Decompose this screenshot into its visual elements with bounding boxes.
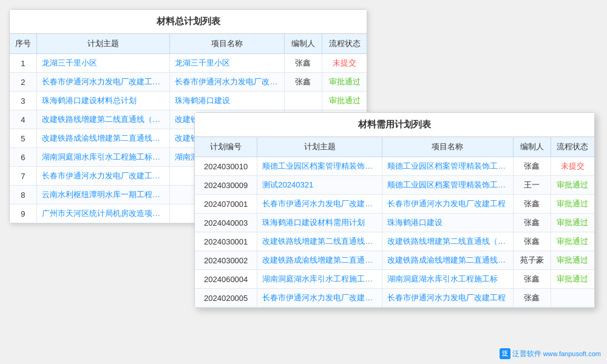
cell-theme[interactable]: 长春市伊通河水力发电厂改建工程合... xyxy=(257,195,382,214)
cell-project[interactable]: 珠海鹤港口建设 xyxy=(382,214,513,232)
cell-id: 7 xyxy=(10,167,36,186)
table-row: 2024030001 改建铁路线增建第二线直通线（成都... 改建铁路线增建第二… xyxy=(195,232,594,251)
panel1-col-project: 项目名称 xyxy=(170,34,284,54)
table-row: 2024030009 测试20240321 顺德工业园区档案管理精装饰工程（..… xyxy=(195,176,594,195)
cell-project[interactable]: 湖南洞庭湖水库引水工程施工标 xyxy=(382,270,513,289)
demand-plan-panel: 材料需用计划列表 计划编号 计划主题 项目名称 编制人 流程状态 2024030… xyxy=(194,112,595,308)
watermark: 泛 泛普软件 www.fanpusoft.com xyxy=(500,348,601,359)
watermark-logo: 泛 泛普软件 www.fanpusoft.com xyxy=(500,348,601,359)
cell-status: 审批通过 xyxy=(322,92,367,110)
cell-status: 审批通过 xyxy=(551,214,594,232)
panel1-col-theme: 计划主题 xyxy=(36,34,170,54)
cell-theme[interactable]: 顺德工业园区档案管理精装饰工程（... xyxy=(257,157,382,176)
watermark-url: www.fanpusoft.com xyxy=(543,350,601,357)
table-row: 2 长春市伊通河水力发电厂改建工程合同材料... 长春市伊通河水力发电厂改建工程… xyxy=(10,73,367,92)
cell-project[interactable]: 长春市伊通河水力发电厂改建工程 xyxy=(170,73,284,92)
cell-author: 张鑫 xyxy=(513,270,551,289)
panel1-title: 材料总计划列表 xyxy=(10,10,367,34)
cell-theme[interactable]: 测试20240321 xyxy=(257,176,382,195)
cell-project[interactable]: 改建铁路成渝线增建第二直通线（成... xyxy=(382,251,513,270)
cell-status: 审批通过 xyxy=(551,232,594,251)
panel2-col-status: 流程状态 xyxy=(551,137,594,157)
cell-status: 审批通过 xyxy=(551,176,594,195)
cell-id: 1 xyxy=(10,54,36,73)
cell-theme[interactable]: 改建铁路成渝线增建第二直通线（成... xyxy=(257,251,382,270)
cell-author: 王一 xyxy=(513,176,551,195)
table-row: 2024040003 珠海鹤港口建设材料需用计划 珠海鹤港口建设 张鑫 审批通过 xyxy=(195,214,594,232)
cell-status: 审批通过 xyxy=(551,251,594,270)
cell-code: 2024020005 xyxy=(195,289,257,308)
panel2-title: 材料需用计划列表 xyxy=(195,113,594,137)
cell-theme[interactable]: 长春市伊通河水力发电厂改建工程材... xyxy=(257,289,382,308)
panel1-col-author: 编制人 xyxy=(284,34,322,54)
panel2-col-theme: 计划主题 xyxy=(257,137,382,157)
cell-author: 张鑫 xyxy=(284,73,322,92)
cell-theme[interactable]: 广州市天河区统计局机房改造项目材料总计划 xyxy=(36,204,170,223)
cell-theme[interactable]: 长春市伊通河水力发电厂改建工程合同材料... xyxy=(36,73,170,92)
panel2-table: 计划编号 计划主题 项目名称 编制人 流程状态 2024030010 顺德工业园… xyxy=(195,137,594,308)
panel2-col-author: 编制人 xyxy=(513,137,551,157)
table-row: 2024070001 长春市伊通河水力发电厂改建工程合... 长春市伊通河水力发… xyxy=(195,195,594,214)
cell-author: 苑子豪 xyxy=(513,251,551,270)
cell-author xyxy=(284,92,322,110)
cell-code: 2024070001 xyxy=(195,195,257,214)
cell-project[interactable]: 长春市伊通河水力发电厂改建工程 xyxy=(382,195,513,214)
table-row: 2024020005 长春市伊通河水力发电厂改建工程材... 长春市伊通河水力发… xyxy=(195,289,594,308)
cell-id: 5 xyxy=(10,129,36,148)
watermark-text: 泛普软件 xyxy=(512,349,541,359)
watermark-icon: 泛 xyxy=(500,348,510,359)
cell-project[interactable]: 龙湖三千里小区 xyxy=(170,54,284,73)
cell-author: 张鑫 xyxy=(513,214,551,232)
cell-theme[interactable]: 珠海鹤港口建设材料需用计划 xyxy=(257,214,382,232)
cell-status: 未提交 xyxy=(322,54,367,73)
cell-status: 未提交 xyxy=(551,157,594,176)
panel1-col-id: 序号 xyxy=(10,34,36,54)
cell-code: 2024030001 xyxy=(195,232,257,251)
cell-author: 张鑫 xyxy=(284,54,322,73)
cell-id: 3 xyxy=(10,92,36,110)
cell-theme[interactable]: 改建铁路成渝线增建第二直通线（成渝枢纽... xyxy=(36,129,170,148)
table-row: 2024030002 改建铁路成渝线增建第二直通线（成... 改建铁路成渝线增建… xyxy=(195,251,594,270)
panel2-col-code: 计划编号 xyxy=(195,137,257,157)
cell-id: 8 xyxy=(10,186,36,204)
cell-author: 张鑫 xyxy=(513,232,551,251)
cell-theme[interactable]: 改建铁路线增建第二线直通线（成都... xyxy=(257,232,382,251)
table-row: 2024060004 湖南洞庭湖水库引水工程施工标材... 湖南洞庭湖水库引水工… xyxy=(195,270,594,289)
cell-id: 9 xyxy=(10,204,36,223)
cell-code: 2024030002 xyxy=(195,251,257,270)
cell-theme[interactable]: 长春市伊通河水力发电厂改建工程材料总计划 xyxy=(36,167,170,186)
cell-status: 审批通过 xyxy=(322,73,367,92)
cell-code: 2024030010 xyxy=(195,157,257,176)
cell-theme[interactable]: 云南水利枢纽潭明水库一期工程施工标材料... xyxy=(36,186,170,204)
cell-id: 2 xyxy=(10,73,36,92)
cell-project[interactable]: 改建铁路线增建第二线直通线（成都... xyxy=(382,232,513,251)
table-row: 2024030010 顺德工业园区档案管理精装饰工程（... 顺德工业园区档案管… xyxy=(195,157,594,176)
cell-id: 4 xyxy=(10,110,36,129)
cell-theme[interactable]: 珠海鹤港口建设材料总计划 xyxy=(36,92,170,110)
cell-theme[interactable]: 龙湖三千里小区 xyxy=(36,54,170,73)
cell-code: 2024030009 xyxy=(195,176,257,195)
panel2-header-row: 计划编号 计划主题 项目名称 编制人 流程状态 xyxy=(195,137,594,157)
cell-author: 张鑫 xyxy=(513,195,551,214)
panel2-body: 2024030010 顺德工业园区档案管理精装饰工程（... 顺德工业园区档案管… xyxy=(195,157,594,308)
cell-status xyxy=(551,289,594,308)
table-row: 3 珠海鹤港口建设材料总计划 珠海鹤港口建设 审批通过 xyxy=(10,92,367,110)
cell-theme[interactable]: 湖南洞庭湖水库引水工程施工标材料总计划 xyxy=(36,148,170,167)
table-row: 1 龙湖三千里小区 龙湖三千里小区 张鑫 未提交 xyxy=(10,54,367,73)
cell-project[interactable]: 顺德工业园区档案管理精装饰工程（... xyxy=(382,176,513,195)
panel1-header-row: 序号 计划主题 项目名称 编制人 流程状态 xyxy=(10,34,367,54)
cell-author: 张鑫 xyxy=(513,289,551,308)
cell-status: 审批通过 xyxy=(551,270,594,289)
cell-project[interactable]: 长春市伊通河水力发电厂改建工程 xyxy=(382,289,513,308)
panel2-col-project: 项目名称 xyxy=(382,137,513,157)
cell-project[interactable]: 顺德工业园区档案管理精装饰工程（... xyxy=(382,157,513,176)
cell-status: 审批通过 xyxy=(551,195,594,214)
cell-code: 2024040003 xyxy=(195,214,257,232)
cell-author: 张鑫 xyxy=(513,157,551,176)
cell-code: 2024060004 xyxy=(195,270,257,289)
cell-id: 6 xyxy=(10,148,36,167)
cell-theme[interactable]: 湖南洞庭湖水库引水工程施工标材... xyxy=(257,270,382,289)
cell-theme[interactable]: 改建铁路线增建第二线直通线（成都-西安）... xyxy=(36,110,170,129)
cell-project[interactable]: 珠海鹤港口建设 xyxy=(170,92,284,110)
panel1-col-status: 流程状态 xyxy=(322,34,367,54)
